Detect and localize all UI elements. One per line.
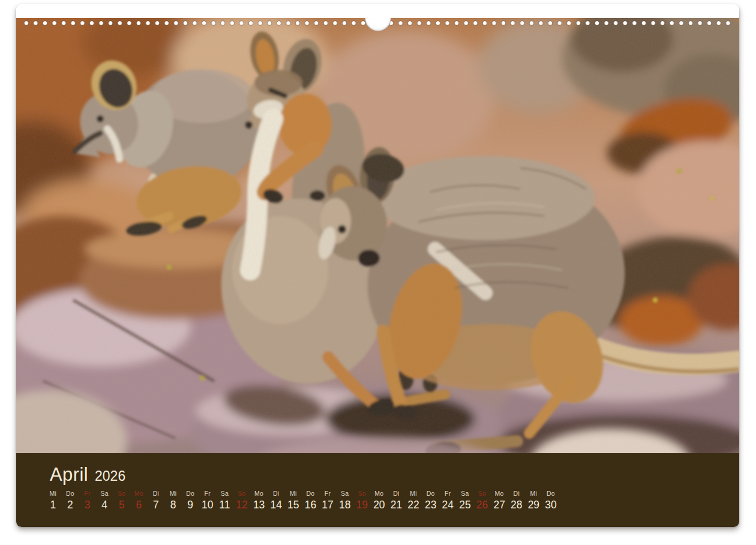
wallabies-photo-illustration (16, 18, 739, 453)
weekday-label: Mi (285, 490, 302, 497)
weekday-label: Fr (199, 490, 216, 497)
date-number: 15 (285, 499, 302, 511)
day-cell: Di28 (508, 490, 525, 511)
weekday-label: Mi (405, 490, 422, 497)
weekday-label: Sa (457, 490, 474, 497)
day-cell: Fr10 (199, 490, 216, 511)
calendar-product-shot: April 2026 Mi1Do2Fr3Sa4So5Mo6Di7Mi8Do9Fr… (0, 0, 756, 545)
weekday-label: Do (62, 490, 79, 497)
date-number: 14 (268, 499, 285, 511)
day-cell: Sa11 (216, 490, 233, 511)
day-cell: So26 (473, 490, 491, 511)
day-cell: Do16 (302, 490, 319, 511)
date-number: 24 (439, 499, 457, 511)
weekday-label: So (113, 490, 130, 497)
calendar-days: Mi1Do2Fr3Sa4So5Mo6Di7Mi8Do9Fr10Sa11So12M… (16, 490, 739, 511)
date-number: 16 (302, 499, 319, 511)
date-number: 11 (216, 499, 233, 511)
day-cell: Sa4 (96, 490, 113, 511)
day-cell: Di7 (148, 490, 165, 511)
date-number: 5 (113, 499, 130, 511)
date-number: 21 (388, 499, 405, 511)
day-cell: Mi8 (164, 490, 182, 511)
date-number: 3 (79, 499, 96, 511)
day-cell: Mo20 (371, 490, 388, 511)
weekday-label: Sa (336, 490, 353, 497)
day-cell: Fr24 (439, 490, 457, 511)
date-number: 1 (44, 499, 62, 511)
weekday-label: Do (302, 490, 319, 497)
weekday-label: Fr (319, 490, 337, 497)
date-number: 13 (250, 499, 268, 511)
day-cell: Di14 (268, 490, 285, 511)
date-number: 23 (422, 499, 439, 511)
day-cell: Sa25 (457, 490, 474, 511)
date-number: 6 (130, 499, 148, 511)
weekday-label: So (473, 490, 491, 497)
weekday-label: Mi (164, 490, 182, 497)
weekday-label: So (353, 490, 371, 497)
weekday-label: Di (268, 490, 285, 497)
day-cell: Do30 (542, 490, 560, 511)
date-number: 17 (319, 499, 337, 511)
date-number: 9 (182, 499, 199, 511)
weekday-label: Mo (491, 490, 508, 497)
weekday-label: Do (182, 490, 199, 497)
weekday-label: Fr (439, 490, 457, 497)
day-cell: Mi1 (44, 490, 62, 511)
date-number: 2 (62, 499, 79, 511)
date-number: 29 (525, 499, 542, 511)
day-cell: Mi29 (525, 490, 542, 511)
weekday-label: Di (148, 490, 165, 497)
date-number: 4 (96, 499, 113, 511)
day-cell: So12 (233, 490, 251, 511)
day-cell: Fr17 (319, 490, 337, 511)
calendar-page: April 2026 Mi1Do2Fr3Sa4So5Mo6Di7Mi8Do9Fr… (16, 4, 739, 527)
weekday-label: Do (422, 490, 439, 497)
date-number: 27 (491, 499, 508, 511)
day-cell: Mi22 (405, 490, 422, 511)
weekday-label: Mi (525, 490, 542, 497)
date-number: 26 (473, 499, 491, 511)
day-cell: Mo13 (250, 490, 268, 511)
weekday-label: Mo (250, 490, 268, 497)
day-cell: Fr3 (79, 490, 96, 511)
weekday-label: Fr (79, 490, 96, 497)
calendar-title: April 2026 (16, 465, 739, 486)
date-number: 10 (199, 499, 216, 511)
day-cell: Do23 (422, 490, 439, 511)
weekday-label: Mi (44, 490, 62, 497)
date-number: 19 (353, 499, 371, 511)
day-cell: Mi15 (285, 490, 302, 511)
date-number: 20 (371, 499, 388, 511)
binding-strip (16, 4, 739, 18)
calendar-photo (16, 18, 739, 453)
year-title: 2026 (95, 466, 125, 486)
weekday-label: Do (542, 490, 560, 497)
date-number: 28 (508, 499, 525, 511)
weekday-label: Mo (371, 490, 388, 497)
weekday-label: Di (508, 490, 525, 497)
weekday-label: Sa (96, 490, 113, 497)
day-cell: Mo6 (130, 490, 148, 511)
date-number: 8 (164, 499, 182, 511)
day-cell: Do9 (182, 490, 199, 511)
date-number: 12 (233, 499, 251, 511)
day-cell: Sa18 (336, 490, 353, 511)
date-number: 30 (542, 499, 560, 511)
date-number: 22 (405, 499, 422, 511)
weekday-label: Mo (130, 490, 148, 497)
date-number: 25 (457, 499, 474, 511)
day-cell: Do2 (62, 490, 79, 511)
weekday-label: Sa (216, 490, 233, 497)
day-cell: Di21 (388, 490, 405, 511)
day-cell: So5 (113, 490, 130, 511)
date-number: 7 (148, 499, 165, 511)
weekday-label: So (233, 490, 251, 497)
day-cell: Mo27 (491, 490, 508, 511)
month-title: April (50, 465, 88, 484)
day-cell: So19 (353, 490, 371, 511)
weekday-label: Di (388, 490, 405, 497)
date-number: 18 (336, 499, 353, 511)
calendar-footer: April 2026 Mi1Do2Fr3Sa4So5Mo6Di7Mi8Do9Fr… (16, 453, 739, 527)
